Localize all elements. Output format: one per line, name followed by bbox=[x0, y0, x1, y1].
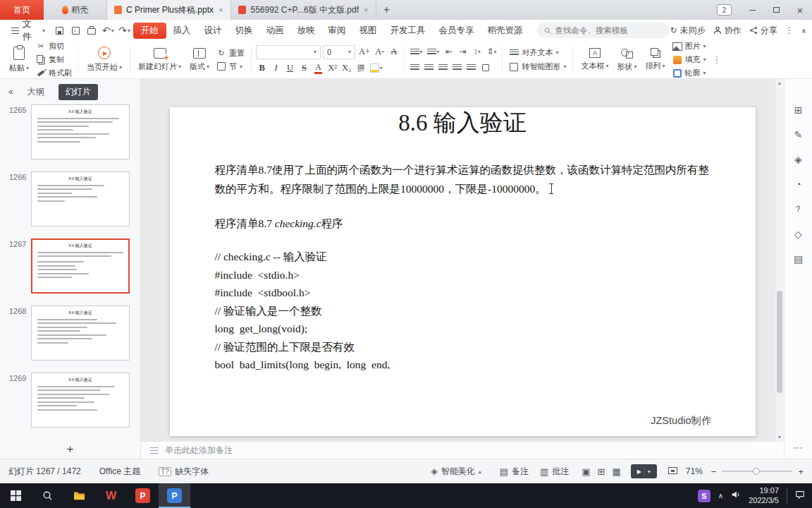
tab-slides[interactable]: 幻灯片 bbox=[59, 84, 98, 100]
superscript-button[interactable]: X² bbox=[326, 61, 338, 75]
highlight-button[interactable]: ▾ bbox=[369, 61, 383, 75]
textbox-button[interactable]: A 文本框▾ bbox=[577, 47, 612, 73]
slide-canvas[interactable]: 8.6 输入验证 程序清单8.7使用了上面的两个函数为一个进行算术运算的函数提供… bbox=[141, 79, 784, 441]
volume-button[interactable] bbox=[731, 490, 741, 502]
slide-listing-caption[interactable]: 程序清单8.7 checking.c程序 bbox=[215, 217, 710, 231]
align-right-button[interactable] bbox=[437, 61, 449, 74]
slide-title[interactable]: 8.6 输入验证 bbox=[170, 107, 756, 139]
normal-view-icon[interactable]: ▣ bbox=[582, 466, 590, 477]
distribute-button[interactable] bbox=[465, 61, 477, 74]
scroll-up-icon[interactable]: ▲ bbox=[775, 80, 784, 85]
strikethrough-button[interactable]: S bbox=[298, 61, 310, 75]
zoom-level[interactable]: 71% bbox=[686, 466, 703, 476]
smart-graphic-button[interactable]: 转智能图形▾ bbox=[507, 61, 568, 73]
fill-button[interactable]: 填充▾ bbox=[670, 54, 708, 66]
new-slide-button[interactable]: 新建幻灯片▾ bbox=[135, 47, 185, 73]
format-painter-button[interactable]: 格式刷 bbox=[34, 67, 74, 79]
zoom-in-button[interactable]: + bbox=[798, 466, 804, 477]
beautify-panel-icon[interactable]: ◈ bbox=[794, 154, 802, 165]
play-from-current-button[interactable]: ▶ 当页开始▾ bbox=[83, 45, 125, 74]
slide-code-block[interactable]: // checking.c -- 输入验证 #include <stdio.h>… bbox=[215, 248, 710, 374]
ribbon-tab-start[interactable]: 开始 bbox=[133, 23, 166, 39]
pdf-app-button[interactable]: P bbox=[127, 483, 159, 508]
layout-button[interactable]: 版式▾ bbox=[186, 47, 213, 73]
slide-editor[interactable]: 8.6 输入验证 程序清单8.7使用了上面的两个函数为一个进行算术运算的函数提供… bbox=[170, 107, 756, 436]
numbered-list-button[interactable]: ▾ bbox=[426, 45, 441, 59]
ribbon-tab-animation[interactable]: 动画 bbox=[260, 23, 290, 39]
annotate-panel-icon[interactable]: ✎ bbox=[794, 129, 803, 140]
align-left-button[interactable] bbox=[409, 61, 421, 74]
bold-button[interactable]: B bbox=[256, 61, 268, 75]
docer-tab[interactable]: 稻壳 bbox=[44, 0, 107, 20]
font-color-button[interactable]: A bbox=[312, 61, 324, 75]
help-panel-icon[interactable]: ？ bbox=[794, 203, 803, 215]
minimize-button[interactable] bbox=[740, 0, 764, 20]
export-pdf-button[interactable] bbox=[68, 23, 83, 38]
slide-thumbnail-1269[interactable]: 1269 8.6 输入验证 bbox=[0, 373, 140, 428]
sync-status-button[interactable]: ↻未同步 bbox=[670, 25, 706, 37]
vertical-scrollbar[interactable]: ▲ ▼ bbox=[775, 79, 784, 441]
ribbon-tab-insert[interactable]: 插入 bbox=[167, 23, 197, 39]
collaborate-button[interactable]: 协作 bbox=[713, 25, 742, 37]
scrollbar-thumb[interactable] bbox=[777, 291, 782, 393]
pinyin-guide-button[interactable]: 拼 bbox=[355, 61, 367, 75]
tab-outline[interactable]: 大纲 bbox=[27, 86, 44, 98]
zoom-out-button[interactable]: − bbox=[711, 466, 717, 477]
wps-app-button[interactable]: W bbox=[95, 483, 127, 508]
subscript-button[interactable]: X₂ bbox=[340, 61, 352, 75]
slide-thumbnail-1267[interactable]: 1267 8.6 输入验证 bbox=[0, 238, 140, 294]
reading-view-icon[interactable]: ▦ bbox=[612, 466, 620, 477]
home-tab[interactable]: 首页 bbox=[0, 0, 44, 20]
presenter-mode-button[interactable] bbox=[668, 466, 677, 476]
history-panel-icon[interactable]: ◔ bbox=[795, 179, 801, 190]
slideshow-play-button[interactable]: ▶ ▾ bbox=[631, 464, 657, 478]
action-center-button[interactable] bbox=[795, 490, 805, 502]
taskbar-clock[interactable]: 19:07 2022/3/5 bbox=[749, 486, 779, 506]
comments-toggle-button[interactable]: ▥ 批注 bbox=[540, 466, 569, 478]
window-count-badge[interactable]: 2 bbox=[717, 4, 732, 16]
slide-thumbnail-1268[interactable]: 1268 8.6 输入验证 bbox=[0, 306, 140, 361]
grow-font-button[interactable]: A+ bbox=[357, 45, 371, 59]
scroll-down-icon[interactable]: ▼ bbox=[775, 435, 784, 440]
add-slide-button[interactable]: + bbox=[0, 441, 140, 458]
close-button[interactable]: × bbox=[788, 0, 812, 20]
outline-button[interactable]: 轮廓▾ bbox=[670, 67, 708, 79]
font-size-input[interactable] bbox=[327, 48, 344, 56]
close-tab-icon[interactable]: × bbox=[218, 6, 223, 14]
columns-button[interactable] bbox=[479, 61, 491, 74]
more-panels-icon[interactable]: ⋯ bbox=[785, 442, 812, 453]
text-direction-button[interactable]: ↕▾ bbox=[471, 45, 483, 59]
redo-button[interactable]: ↷▾ bbox=[116, 23, 132, 38]
decrease-indent-button[interactable]: ⇤ bbox=[443, 45, 455, 59]
print-button[interactable] bbox=[84, 23, 99, 38]
italic-button[interactable]: I bbox=[270, 61, 282, 75]
close-tab-icon[interactable]: × bbox=[363, 6, 369, 14]
notes-area[interactable]: 单击此处添加备注 bbox=[141, 441, 784, 459]
missing-font-button[interactable]: T? 缺失字体 bbox=[159, 466, 209, 478]
increase-indent-button[interactable]: ⇥ bbox=[457, 45, 469, 59]
ribbon-tab-docer-resources[interactable]: 稻壳资源 bbox=[481, 23, 529, 39]
align-text-button[interactable]: 对齐文本▾ bbox=[507, 47, 560, 59]
slide-thumbnail-1266[interactable]: 1266 8.6 输入验证 bbox=[0, 171, 140, 226]
align-center-button[interactable] bbox=[423, 61, 435, 74]
share-button[interactable]: 分享 bbox=[749, 25, 777, 37]
collapse-panel-icon[interactable]: « bbox=[8, 87, 13, 97]
objects-panel-icon[interactable]: ▤ bbox=[794, 253, 803, 265]
tray-app-icon[interactable]: S bbox=[698, 490, 710, 502]
font-name-select[interactable]: ▾ bbox=[256, 45, 321, 59]
collapse-ribbon-icon[interactable]: ∧ bbox=[801, 27, 806, 35]
properties-panel-icon[interactable]: ⊞ bbox=[794, 104, 803, 116]
slide-sorter-view-icon[interactable]: ⊞ bbox=[598, 466, 605, 477]
reset-button[interactable]: ↻重置 bbox=[214, 47, 247, 59]
bullet-list-button[interactable]: ▾ bbox=[409, 45, 424, 59]
resources-panel-icon[interactable]: ◇ bbox=[794, 229, 802, 240]
section-button[interactable]: 节▾ bbox=[214, 61, 247, 73]
arrange-button[interactable]: 排列▾ bbox=[642, 47, 669, 73]
smart-beautify-button[interactable]: ◈ 智能美化 ▴ bbox=[431, 466, 481, 478]
file-explorer-button[interactable] bbox=[63, 483, 95, 508]
taskbar-search-button[interactable] bbox=[32, 483, 63, 508]
ribbon-tab-view[interactable]: 视图 bbox=[353, 23, 383, 39]
theme-indicator[interactable]: Office 主题 bbox=[99, 466, 140, 478]
justify-button[interactable] bbox=[451, 61, 463, 74]
more-menu-icon[interactable]: ⋮ bbox=[785, 25, 794, 35]
